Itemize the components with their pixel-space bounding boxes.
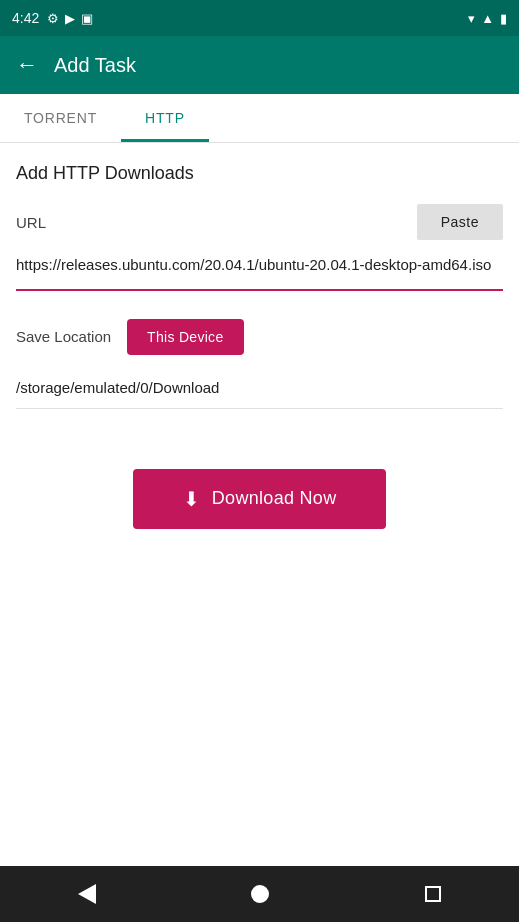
status-bar: 4:42 ⚙ ▶ ▣ ▾ ▲ ▮ — [0, 0, 519, 36]
settings-icon: ⚙ — [47, 11, 59, 26]
download-icon: ⬇ — [183, 487, 200, 511]
wifi-icon: ▾ — [468, 11, 475, 26]
app-bar: ← Add Task — [0, 36, 519, 94]
url-value[interactable]: https://releases.ubuntu.com/20.04.1/ubun… — [16, 248, 503, 287]
nav-recents-button[interactable] — [413, 874, 453, 914]
status-icons: ⚙ ▶ ▣ — [47, 11, 93, 26]
nav-back-icon — [78, 884, 96, 904]
nav-home-icon — [251, 885, 269, 903]
download-button-label: Download Now — [212, 488, 337, 509]
back-icon: ← — [16, 52, 38, 78]
app-bar-title: Add Task — [54, 54, 136, 77]
this-device-button[interactable]: This Device — [127, 319, 243, 355]
save-location-row: Save Location This Device — [16, 319, 503, 355]
nav-back-button[interactable] — [67, 874, 107, 914]
url-row: URL Paste — [16, 204, 503, 240]
bottom-nav — [0, 866, 519, 922]
back-button[interactable]: ← — [16, 52, 38, 78]
url-input-container: https://releases.ubuntu.com/20.04.1/ubun… — [16, 248, 503, 315]
sim-icon: ▣ — [81, 11, 93, 26]
status-bar-right: ▾ ▲ ▮ — [468, 11, 507, 26]
download-now-button[interactable]: ⬇ Download Now — [133, 469, 387, 529]
paste-button[interactable]: Paste — [417, 204, 503, 240]
section-title: Add HTTP Downloads — [16, 163, 503, 184]
status-bar-left: 4:42 ⚙ ▶ ▣ — [12, 10, 93, 26]
shield-icon: ▶ — [65, 11, 75, 26]
battery-icon: ▮ — [500, 11, 507, 26]
content-area: Add HTTP Downloads URL Paste https://rel… — [0, 143, 519, 866]
tabs: TORRENT HTTP — [0, 94, 519, 143]
url-underline — [16, 289, 503, 291]
nav-home-button[interactable] — [240, 874, 280, 914]
tab-http[interactable]: HTTP — [121, 94, 209, 142]
url-label: URL — [16, 214, 46, 231]
status-time: 4:42 — [12, 10, 39, 26]
storage-path: /storage/emulated/0/Download — [16, 371, 503, 409]
signal-icon: ▲ — [481, 11, 494, 26]
save-location-label: Save Location — [16, 328, 111, 345]
tab-torrent[interactable]: TORRENT — [0, 94, 121, 142]
main-content: TORRENT HTTP Add HTTP Downloads URL Past… — [0, 94, 519, 866]
nav-recents-icon — [425, 886, 441, 902]
download-button-container: ⬇ Download Now — [16, 469, 503, 529]
